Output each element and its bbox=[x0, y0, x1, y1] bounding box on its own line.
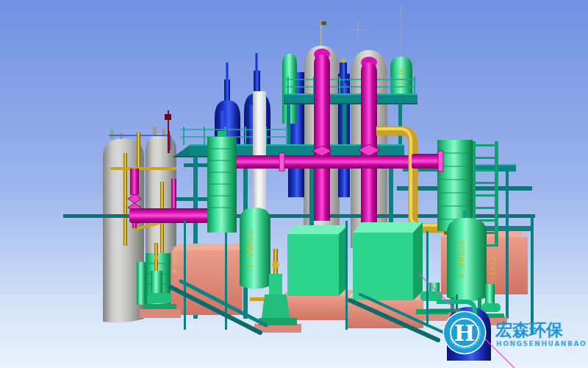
heat-exchanger-mid bbox=[207, 131, 237, 233]
vessel-v3002b: V-3002B bbox=[240, 208, 270, 289]
vessel-v3004a-label: V-3004A bbox=[398, 68, 406, 96]
vessel-v3002b-label: V-3002B bbox=[245, 229, 255, 268]
plant-scene: V-3004A bbox=[0, 0, 588, 368]
box-tank-1 bbox=[282, 225, 356, 320]
vessel-v3003a-label: V-3003A bbox=[457, 239, 467, 278]
foundation-left-block bbox=[172, 244, 250, 315]
tag-p3001a-label: P-3001A bbox=[172, 245, 179, 272]
magenta-riser-left bbox=[130, 169, 139, 195]
tag-3002a-label: -3002A bbox=[490, 255, 498, 286]
logo-en-name: HONGSENHUANBAO bbox=[496, 340, 587, 347]
magenta-riser-column-left bbox=[314, 54, 330, 221]
logo-h-mark: H bbox=[454, 320, 475, 346]
logo-cn-name: 宏森环保 bbox=[495, 320, 563, 339]
plant-3d-render: { "labels": { "vessel_v3002b": "V-3002B"… bbox=[0, 0, 588, 368]
